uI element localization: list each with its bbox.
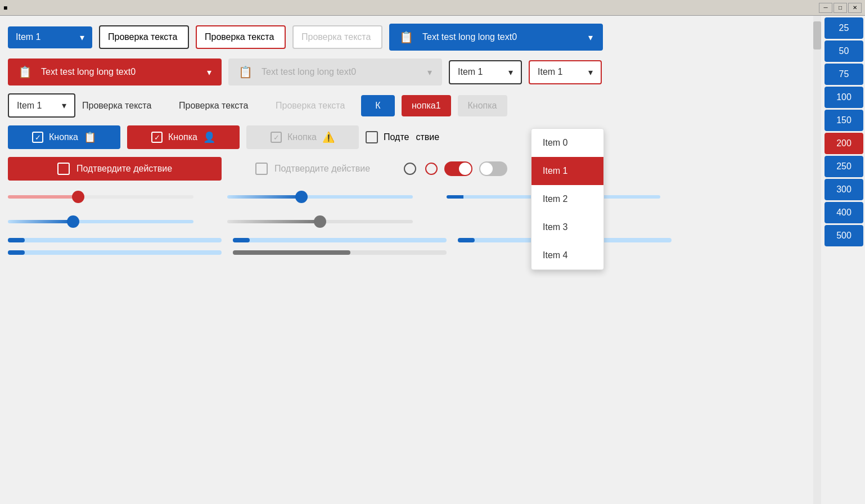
titlebar-left: ■ [3,4,7,12]
sidebar-item-75[interactable]: 75 [825,64,863,85]
app-icon: ■ [3,4,7,12]
textfield-3[interactable]: Проверка текста [292,25,382,49]
toggle-off[interactable] [479,161,507,176]
confirm-red-label: Подтвердите действие [76,164,172,174]
check-icon-blue: ✓ [32,132,43,143]
dropdown-item1-blue[interactable]: Item 1 ▾ [8,26,92,48]
chevron-down-icon-2: ▾ [588,32,593,43]
person-icon-btn-red: 👤 [203,131,215,143]
progress-fill-3 [458,238,475,242]
slider-thumb-gray [314,215,326,228]
sidebar-item-300[interactable]: 300 [825,179,863,200]
textfield-2[interactable]: Проверка текста [196,25,286,49]
menu-item-4[interactable]: Item 4 [531,241,603,269]
toggle-thumb-on [459,163,471,175]
row-5: Подтвердите действие Подтвердите действи… [8,157,809,181]
btn-confirm-gray: Подтвердите действие [228,157,397,181]
maximize-button[interactable]: □ [834,3,847,13]
sidebar-item-400[interactable]: 400 [825,202,863,223]
slider-thumb-red [72,191,84,203]
sidebar-label-100: 100 [836,92,852,102]
progress-bar-2 [233,238,447,242]
btn-partial-gray-label: Кнопка [468,101,497,111]
btn-red-check-label: Кнопка [168,132,197,142]
menu-item-3[interactable]: Item 3 [531,213,603,241]
confirm-gray-label: Подтвердите действие [274,164,370,174]
sidebar-label-25: 25 [839,23,849,33]
slider-gray [227,213,413,230]
progress-bar-5 [233,250,447,255]
chevron-down-icon-white-red: ▾ [588,67,593,78]
btn-blue-check[interactable]: ✓ Кнопка 📋 [8,125,120,149]
dropdown-text-blue-label: Text test long long text0 [422,32,584,42]
progress-bar-1 [8,238,222,242]
dropdown-white-red[interactable]: Item 1 ▾ [529,60,602,84]
sidebar-item-150[interactable]: 150 [825,110,863,131]
dropdown-text-blue[interactable]: 📋 Text test long long text0 ▾ [389,24,603,51]
minimize-button[interactable]: ─ [819,3,832,13]
textfield-3-placeholder: Проверка текста [301,32,371,42]
dropdown-small-white[interactable]: Item 1 ▾ [8,93,75,118]
checkbox-confirm-red [57,163,70,175]
sidebar-item-100[interactable]: 100 [825,87,863,108]
titlebar-controls[interactable]: ─ □ ✕ [819,3,862,13]
btn-red-check[interactable]: ✓ Кнопка 👤 [127,125,240,149]
progress-fill-1 [8,238,25,242]
textfield-1[interactable]: Проверка текста [99,25,189,49]
main-window: ■ ─ □ ✕ Item 1 ▾ Проверка текста Проверк… [0,0,865,504]
menu-item-1[interactable]: Item 1 [531,157,603,185]
sidebar-item-25[interactable]: 25 [825,17,863,39]
chevron-down-icon-white: ▾ [508,67,513,78]
text-plain-2: Проверка текста [179,101,269,111]
dropdown-item1-label: Item 1 [16,32,40,42]
sidebar-item-500[interactable]: 500 [825,225,863,246]
progress-fill-5 [233,250,350,255]
menu-item-0[interactable]: Item 0 [531,129,603,157]
progress-bar-4 [8,250,222,255]
sidebar-label-250: 250 [836,161,852,172]
radio-red[interactable] [425,163,438,175]
close-button[interactable]: ✕ [848,3,862,13]
sidebar-item-250[interactable]: 250 [825,156,863,177]
dropdown-menu[interactable]: Item 0 Item 1 Item 2 Item 3 Item 4 [531,128,604,270]
check-icon-gray: ✓ [271,132,282,143]
sidebar-label-50: 50 [839,46,849,56]
checkbox-partial-label: Подте [384,132,409,142]
dropdown-gray-label: Text test long long text0 [262,67,423,77]
chevron-down-icon-red: ▾ [207,67,211,78]
btn-partial-red[interactable]: нопка1 [402,95,451,116]
dropdown-white-red-label: Item 1 [538,67,562,77]
btn-partial-red-label: нопка1 [412,101,441,111]
slider-red[interactable] [8,188,193,205]
slider-blue-2[interactable] [8,213,193,230]
sidebar-item-50[interactable]: 50 [825,40,863,62]
sidebar-label-500: 500 [836,231,852,241]
btn-confirm-red[interactable]: Подтвердите действие [8,157,222,181]
chevron-down-icon-small: ▾ [62,100,66,111]
dropdown-red-text[interactable]: 📋 Text test long long text0 ▾ [8,58,222,86]
sidebar-label-300: 300 [836,184,852,195]
btn-blue-check-label: Кнопка [49,132,78,142]
radio-unchecked[interactable] [404,163,416,175]
scrollbar[interactable] [813,16,821,504]
clipboard-icon-gray: 📋 [238,65,253,79]
checkbox-box-empty [366,131,378,143]
toggle-on[interactable] [444,161,472,176]
clipboard-icon: 📋 [399,30,413,44]
btn-gray-check-label: Кнопка [287,132,317,142]
btn-gray-check: ✓ Кнопка ⚠️ [246,125,359,149]
sidebar-item-200[interactable]: 200 [825,133,863,154]
slider-blue-1[interactable] [227,188,413,205]
row-2: 📋 Text test long long text0 ▾ 📋 Text tes… [8,58,809,86]
scrollbar-thumb[interactable] [813,21,821,50]
dropdown-white[interactable]: Item 1 ▾ [449,60,522,84]
menu-item-2[interactable]: Item 2 [531,185,603,213]
checkbox-unchecked[interactable]: Подте [366,131,409,143]
textfield-1-value: Проверка текста [108,32,177,42]
check-icon-red: ✓ [151,132,163,143]
row-1: Item 1 ▾ Проверка текста Проверка текста… [8,24,809,51]
btn-partial-blue-label: К [375,101,380,111]
sidebar-label-75: 75 [839,69,849,79]
titlebar: ■ ─ □ ✕ [0,0,865,16]
btn-partial-blue[interactable]: К [361,95,395,116]
